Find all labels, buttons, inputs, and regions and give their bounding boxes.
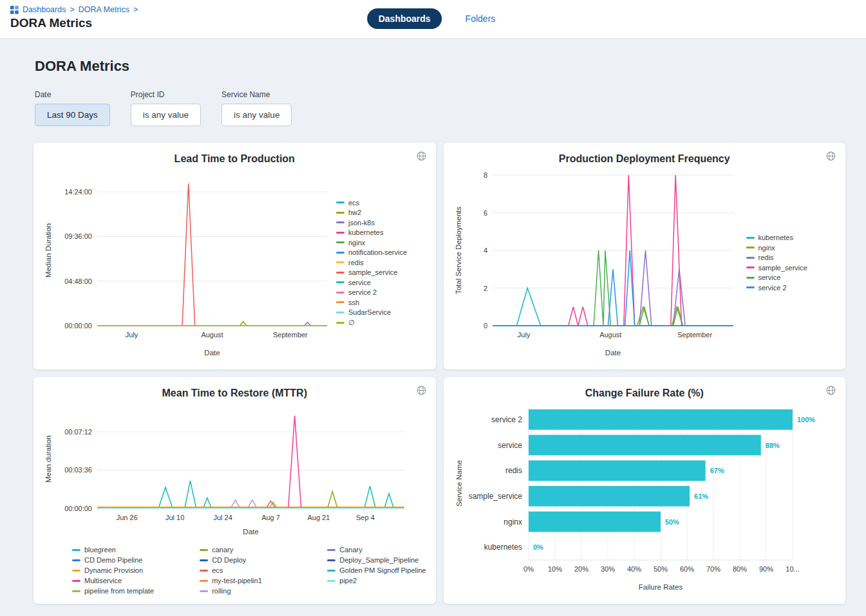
legend-label: CD Deploy [212,556,246,564]
legend-item[interactable]: bluegreen [72,546,171,554]
globe-icon[interactable] [416,151,427,162]
legend-item[interactable]: nginx [746,244,807,252]
legend-item[interactable]: kubernetes [746,234,807,241]
globe-icon[interactable] [825,385,836,396]
tick-text: 00:00:00 [64,322,92,330]
globe-icon[interactable] [416,385,427,396]
legend-item[interactable]: service [746,274,807,281]
legend-swatch-icon [336,212,344,214]
tick-text: July [126,331,138,339]
legend-swatch-icon [327,549,335,551]
filter-label-service-name: Service Name [221,90,292,99]
legend-swatch-icon [336,261,344,263]
legend-item[interactable]: Multiservice [72,577,171,584]
legend-item[interactable]: nginx [336,239,407,247]
breadcrumb-separator: > [70,5,74,14]
legend-item[interactable]: sample_service [336,268,407,276]
tick-text: 09:36:00 [64,232,92,240]
bar[interactable] [529,486,690,507]
axis-label-text: Median Duration [44,223,52,277]
cat-text: service [497,441,522,450]
legend-item[interactable]: json-k8s [336,219,407,227]
breadcrumb-separator: > [133,5,138,14]
series-line [97,492,404,509]
legend-label: Dynamic Provision [84,566,143,574]
axis-label-text: Service Name [455,460,463,507]
legend-item[interactable]: my-test-pipelin1 [200,577,299,584]
bar[interactable] [529,512,661,532]
card-change-failure-rate: Change Failure Rate (%) 0%10%20%30%40%50… [444,377,846,604]
chart-legend: ecshw2json-k8skubernetesnginxnotificatio… [336,199,407,327]
legend-swatch-icon [200,580,208,582]
top-bar: Dashboards > DORA Metrics > DORA Metrics… [0,0,866,39]
legend-item[interactable]: ecs [200,566,299,574]
tick-text: 30% [600,565,614,573]
nav-dashboards-button[interactable]: Dashboards [367,8,442,29]
legend-item[interactable]: Dynamic Provision [72,566,171,574]
change-failure-rate-chart: 0%10%20%30%40%50%60%70%80%90%10...Failur… [453,400,837,596]
legend-swatch-icon [336,292,344,294]
chart-title: Production Deployment Frequency [453,153,837,165]
legend-label: notification-service [348,248,407,256]
legend-swatch-icon [336,252,344,254]
legend-item[interactable]: pipeline from template [72,587,171,595]
page-title: DORA Metrics [35,58,845,75]
legend-swatch-icon [336,272,344,274]
legend-swatch-icon [336,322,344,324]
legend-item[interactable]: service [336,279,407,286]
legend-item[interactable]: Golden PM Signoff Pipeline [327,566,426,574]
tick-text: 10... [786,565,799,573]
legend-item[interactable]: service 2 [746,284,807,292]
legend-item[interactable]: Deploy_Sample_Pipeline [327,556,426,564]
legend-item[interactable]: Canary [327,546,426,554]
legend-item[interactable]: service 2 [336,288,407,296]
chart-grid: Lead Time to Production 00:00:0004:48:00… [33,143,845,604]
legend-item[interactable]: ssh [336,299,407,306]
legend-item[interactable]: kubernetes [336,229,407,236]
filter-service-name-button[interactable]: is any value [221,104,292,126]
tick-text: 50% [653,565,667,573]
tick-text: 40% [626,565,641,573]
legend-label: pipe2 [339,577,357,584]
nav-folders-button[interactable]: Folders [462,13,500,24]
legend-item[interactable]: pipe2 [327,577,426,584]
legend-item[interactable]: ∅ [336,319,407,327]
legend-swatch-icon [336,201,344,203]
legend-item[interactable]: hw2 [336,209,407,216]
breadcrumb-link-dashboards[interactable]: Dashboards [23,5,66,14]
legend-item[interactable]: CD Demo Pipeline [72,556,171,564]
bar[interactable] [529,435,761,456]
tick-text: 00:00:00 [64,505,92,512]
globe-icon[interactable] [825,151,836,162]
legend-item[interactable]: CD Deploy [200,556,299,564]
filter-date-button[interactable]: Last 90 Days [35,104,110,126]
legend-label: ∅ [348,319,355,327]
breadcrumb-link-dora-metrics[interactable]: DORA Metrics [79,5,129,14]
series-line [97,183,327,326]
legend-item[interactable]: notification-service [336,248,407,256]
legend-item[interactable]: rolling [200,587,299,595]
tick-text: September [677,331,712,339]
legend-item[interactable]: redis [336,259,407,266]
header-nav: Dashboards Folders [367,8,500,29]
legend-label: service 2 [348,288,377,296]
filter-project-id-button[interactable]: is any value [131,104,201,126]
legend-swatch-icon [336,281,344,283]
deployment-frequency-chart: 02468JulyAugustSeptemberDateTotal Servic… [453,166,837,359]
bar[interactable] [529,460,706,481]
legend-item[interactable]: sample_service [746,264,807,272]
legend-item[interactable]: canary [200,546,299,554]
mttr-chart: 00:00:0000:03:3600:07:12Jun 26Jul 10Jul … [42,400,427,595]
tick-text: Sep 4 [356,514,375,521]
legend-item[interactable]: SudarService [336,308,407,316]
bar[interactable] [529,409,793,430]
tick-text: August [201,331,223,339]
legend-swatch-icon [200,570,208,572]
legend-swatch-icon [746,257,755,259]
legend-item[interactable]: ecs [336,199,407,207]
legend-label: Canary [339,546,362,554]
legend-item[interactable]: redis [746,254,807,261]
series-line [97,416,404,508]
legend-label: redis [348,259,364,266]
legend-label: pipeline from template [84,587,154,595]
